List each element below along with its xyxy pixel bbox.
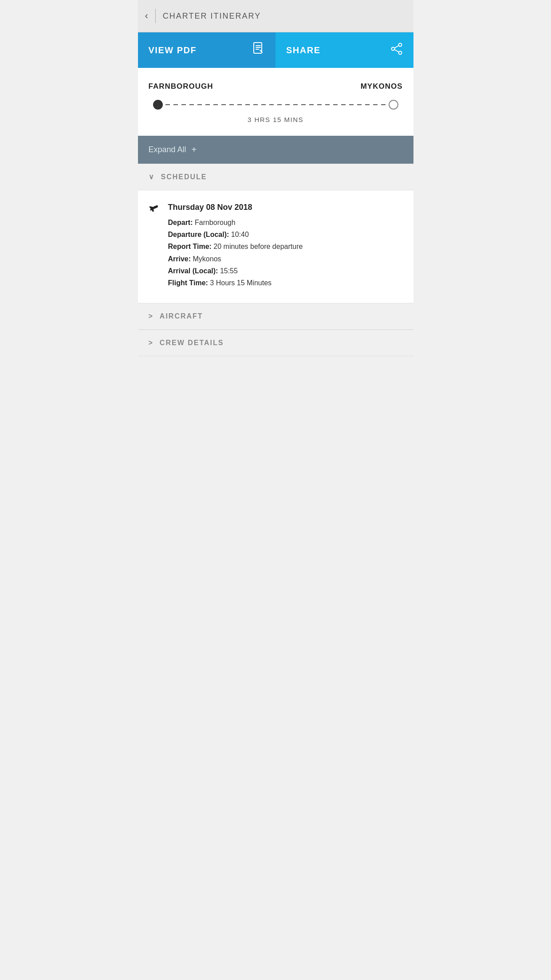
depart-value: Farnborough	[195, 219, 236, 226]
crew-chevron-icon: >	[149, 339, 153, 347]
flight-time-label: Flight Time:	[168, 279, 208, 287]
aircraft-section-header[interactable]: > AIRCRAFT	[138, 303, 413, 330]
arrival-local-label: Arrival (Local):	[168, 267, 218, 275]
report-time-value: 20 minutes before departure	[213, 243, 303, 250]
share-icon	[390, 43, 403, 58]
origin-city: FARNBOROUGH	[149, 82, 213, 91]
departure-local-value: 10:40	[231, 231, 249, 238]
flight-entry: Thursday 08 Nov 2018 Depart: Farnborough…	[149, 203, 403, 289]
report-time-label: Report Time:	[168, 243, 212, 250]
schedule-chevron-icon: ∨	[149, 173, 154, 181]
page-title: CHARTER ITINERARY	[163, 12, 261, 21]
svg-point-1	[398, 43, 401, 47]
view-pdf-label: VIEW PDF	[149, 45, 197, 55]
flight-date: Thursday 08 Nov 2018	[168, 203, 403, 212]
schedule-section-title: SCHEDULE	[161, 173, 207, 181]
crew-section-title: CREW DETAILS	[160, 339, 224, 347]
back-button[interactable]: ‹	[145, 10, 148, 22]
route-section: FARNBOROUGH MYKONOS 3 HRS 15 MINS	[138, 68, 413, 136]
arrive-label: Arrive:	[168, 255, 191, 263]
arrival-local-value: 15:55	[220, 267, 238, 275]
aircraft-chevron-icon: >	[149, 312, 153, 320]
origin-dot	[153, 100, 163, 110]
share-button[interactable]: SHARE	[276, 32, 413, 68]
depart-label: Depart:	[168, 219, 193, 226]
depart-line: Depart: Farnborough	[168, 216, 403, 228]
header-divider	[155, 9, 156, 23]
schedule-section-header[interactable]: ∨ SCHEDULE	[138, 164, 413, 190]
svg-point-2	[391, 47, 394, 51]
pdf-icon	[253, 42, 265, 58]
flight-time-value: 3 Hours 15 Minutes	[210, 279, 272, 287]
share-label: SHARE	[286, 45, 321, 55]
plane-icon	[149, 204, 160, 218]
flight-path	[149, 100, 403, 110]
departure-local-line: Departure (Local): 10:40	[168, 228, 403, 240]
expand-all-bar[interactable]: Expand All +	[138, 136, 413, 164]
destination-city: MYKONOS	[361, 82, 403, 91]
flight-details: Thursday 08 Nov 2018 Depart: Farnborough…	[168, 203, 403, 289]
svg-point-3	[398, 51, 401, 55]
schedule-content: Thursday 08 Nov 2018 Depart: Farnborough…	[138, 190, 413, 303]
arrive-line: Arrive: Mykonos	[168, 253, 403, 265]
flight-time-line: Flight Time: 3 Hours 15 Minutes	[168, 277, 403, 289]
expand-all-label: Expand All	[149, 145, 186, 154]
crew-section-header[interactable]: > CREW DETAILS	[138, 330, 413, 356]
aircraft-section-title: AIRCRAFT	[160, 312, 203, 320]
flight-duration: 3 HRS 15 MINS	[149, 116, 403, 123]
report-time-line: Report Time: 20 minutes before departure	[168, 240, 403, 252]
header: ‹ CHARTER ITINERARY	[138, 0, 413, 32]
route-cities: FARNBOROUGH MYKONOS	[149, 82, 403, 91]
arrive-value: Mykonos	[193, 255, 221, 263]
expand-all-icon: +	[192, 145, 197, 155]
departure-local-label: Departure (Local):	[168, 231, 229, 238]
view-pdf-button[interactable]: VIEW PDF	[138, 32, 276, 68]
arrival-local-line: Arrival (Local): 15:55	[168, 265, 403, 277]
action-buttons: VIEW PDF SHARE	[138, 32, 413, 68]
path-dashes	[165, 104, 386, 105]
destination-dot	[389, 100, 398, 110]
